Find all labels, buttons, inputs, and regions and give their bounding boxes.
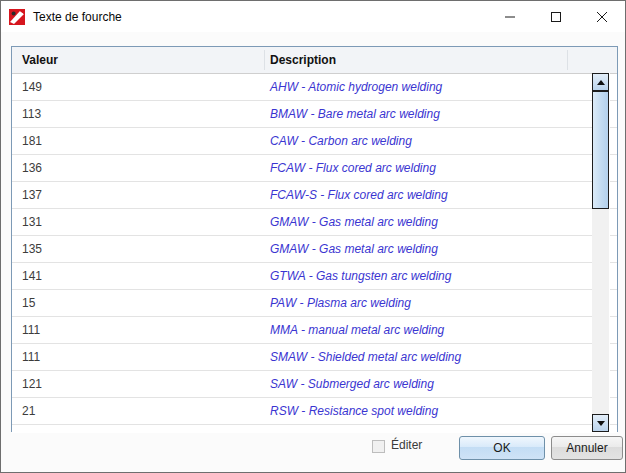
table-row[interactable]: 22 RSEW - Resistance seam welding [12,425,617,434]
table-row[interactable]: 131 GMAW - Gas metal arc welding [12,209,617,236]
column-header-valeur[interactable]: Valeur [22,47,58,74]
row-value: 21 [22,398,257,425]
table-row[interactable]: 121 SAW - Submerged arc welding [12,371,617,398]
editer-checkbox[interactable] [372,440,385,453]
table-row[interactable]: 135 GMAW - Gas metal arc welding [12,236,617,263]
cancel-button[interactable]: Annuler [551,436,623,460]
maximize-icon [551,12,561,22]
column-header-description[interactable]: Description [270,47,336,74]
scrollbar-thumb[interactable] [592,91,609,209]
scroll-up-button[interactable] [592,73,609,91]
table-header: Valeur Description [12,47,617,74]
row-description: RSEW - Resistance seam welding [270,425,560,434]
editer-checkbox-label: Éditer [391,438,422,452]
row-value: 131 [22,209,257,236]
table-row[interactable]: 136 FCAW - Flux cored arc welding [12,155,617,182]
row-value: 137 [22,182,257,209]
row-description: MMA - manual metal arc welding [270,317,560,344]
table-row[interactable]: 149 AHW - Atomic hydrogen welding [12,74,617,101]
table-row[interactable]: 137 FCAW-S - Flux cored arc welding [12,182,617,209]
footer-bar: Éditer OK Annuler [1,432,625,472]
table-row[interactable]: 21 RSW - Resistance spot welding [12,398,617,425]
scroll-down-button[interactable] [592,414,609,432]
close-icon [597,12,607,22]
row-description: AHW - Atomic hydrogen welding [270,74,560,101]
row-value: 111 [22,317,257,344]
row-value: 149 [22,74,257,101]
titlebar[interactable]: Texte de fourche [1,1,625,32]
row-description: CAW - Carbon arc welding [270,128,560,155]
dialog-texte-de-fourche: Texte de fourche V [0,0,626,473]
ok-button[interactable]: OK [459,436,545,460]
row-description: PAW - Plasma arc welding [270,290,560,317]
header-separator[interactable] [264,50,265,70]
row-value: 181 [22,128,257,155]
table-row[interactable]: 113 BMAW - Bare metal arc welding [12,101,617,128]
triangle-down-icon [597,421,605,426]
row-value: 15 [22,290,257,317]
table-row[interactable]: 181 CAW - Carbon arc welding [12,128,617,155]
row-description: FCAW-S - Flux cored arc welding [270,182,560,209]
maximize-button[interactable] [533,1,579,32]
close-button[interactable] [579,1,625,32]
row-description: SAW - Submerged arc welding [270,371,560,398]
row-description: BMAW - Bare metal arc welding [270,101,560,128]
table-row[interactable]: 111 MMA - manual metal arc welding [12,317,617,344]
minimize-icon [505,12,515,22]
window-title: Texte de fourche [33,10,122,24]
row-description: GMAW - Gas metal arc welding [270,236,560,263]
row-value: 22 [22,425,257,434]
header-separator[interactable] [567,50,568,70]
row-description: FCAW - Flux cored arc welding [270,155,560,182]
value-description-table: Valeur Description 149 AHW - Atomic hydr… [11,46,618,434]
row-description: GTWA - Gas tungsten arc welding [270,263,560,290]
table-row[interactable]: 111 SMAW - Shielded metal arc welding [12,344,617,371]
row-description: RSW - Resistance spot welding [270,398,560,425]
triangle-up-icon [597,80,605,85]
app-logo-red-icon [9,9,25,25]
table-row[interactable]: 141 GTWA - Gas tungsten arc welding [12,263,617,290]
row-description: SMAW - Shielded metal arc welding [270,344,560,371]
row-value: 135 [22,236,257,263]
table-row[interactable]: 15 PAW - Plasma arc welding [12,290,617,317]
row-value: 113 [22,101,257,128]
vertical-scrollbar[interactable] [592,73,610,433]
minimize-button[interactable] [487,1,533,32]
row-value: 121 [22,371,257,398]
row-description: GMAW - Gas metal arc welding [270,209,560,236]
row-value: 111 [22,344,257,371]
table-body: 149 AHW - Atomic hydrogen welding 113 BM… [12,74,617,434]
row-value: 136 [22,155,257,182]
row-value: 141 [22,263,257,290]
